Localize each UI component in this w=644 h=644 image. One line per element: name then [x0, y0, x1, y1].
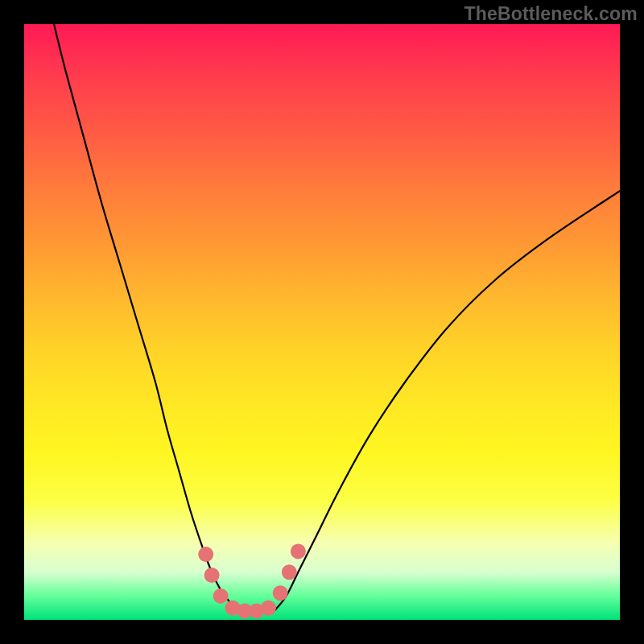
chart-frame: TheBottleneck.com [0, 0, 644, 644]
trough-marker [291, 543, 306, 559]
trough-marker [261, 601, 276, 616]
curve-right-branch [275, 191, 620, 611]
trough-marker [282, 564, 297, 580]
curve-left-branch [54, 24, 238, 611]
plot-area [24, 24, 620, 620]
curve-layer [24, 24, 620, 620]
trough-marker [198, 547, 213, 562]
watermark-text: TheBottleneck.com [464, 3, 638, 25]
trough-markers [198, 543, 306, 618]
trough-marker [213, 588, 229, 604]
trough-marker [273, 585, 288, 601]
trough-marker [204, 568, 220, 583]
